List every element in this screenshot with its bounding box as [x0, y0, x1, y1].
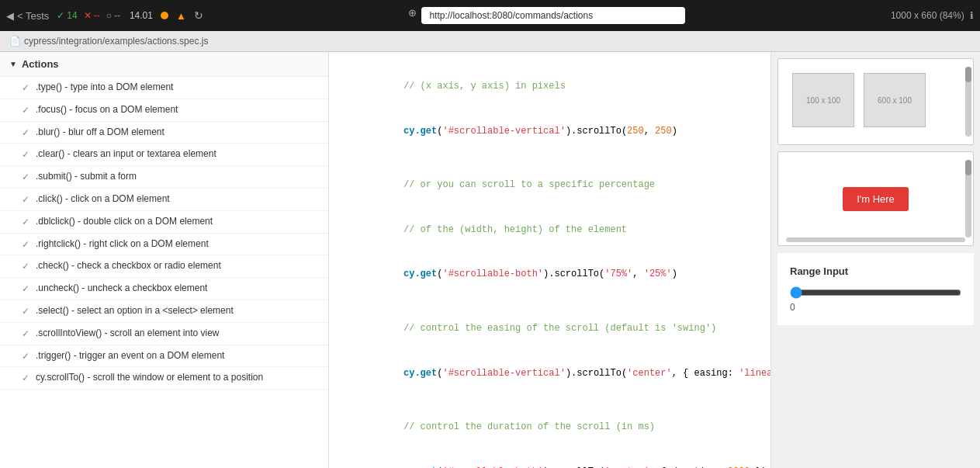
scroll-easing-section: // control the easing of the scroll (def… [348, 307, 752, 396]
check-icon: ✓ [22, 104, 29, 117]
im-here-button[interactable]: I'm Here [843, 187, 909, 211]
range-section: Range Input 0 [777, 252, 974, 325]
check-icon: ✓ [22, 305, 29, 318]
viewport-label: 1000 x 660 (84%) [891, 10, 964, 21]
check-icon: ✓ [22, 171, 29, 184]
code-line: // control the easing of the scroll (def… [348, 307, 752, 352]
scrollbar-thumb [965, 67, 971, 82]
preview-box-2-inner: I'm Here [778, 152, 973, 245]
list-item[interactable]: ✓ cy.scrollTo() - scroll the window or e… [0, 367, 328, 390]
code-comment: // of the (width, height) of the element [403, 224, 627, 235]
code-panel: // (x axis, y axis) in pixels cy.get('#s… [329, 52, 770, 468]
pass-count: ✓ 14 [57, 10, 77, 21]
code-line: // control the duration of the scroll (i… [348, 405, 752, 450]
code-line: // of the (width, height) of the element [348, 208, 752, 253]
sidebar-section-header[interactable]: ▼ Actions [0, 52, 328, 77]
code-line: cy.get('#scrollable-vertical').scrollTo(… [348, 109, 752, 154]
list-item[interactable]: ✓ .clear() - clears an input or textarea… [0, 144, 328, 166]
back-icon: ◀ [6, 10, 14, 22]
check-icon: ✓ [22, 148, 29, 161]
check-icon: ✓ [22, 238, 29, 251]
item-label: .clear() - clears an input or textarea e… [36, 147, 216, 161]
scroll-percent-section: // or you can scroll to a specific perce… [348, 163, 752, 297]
circle-icon: ○ [106, 10, 112, 21]
preview-box-1: 100 x 100 600 x 100 [777, 58, 974, 145]
chevron-down-icon: ▼ [9, 60, 17, 68]
warning-icon: ▲ [176, 10, 186, 22]
item-label: cy.scrollTo() - scroll the window or ele… [36, 371, 263, 384]
list-item[interactable]: ✓ .blur() - blur off a DOM element [0, 122, 328, 144]
list-item[interactable]: ✓ .submit() - submit a form [0, 166, 328, 189]
url-input[interactable] [421, 7, 685, 24]
item-label: .scrollIntoView() - scroll an element in… [36, 327, 220, 340]
item-label: .rightclick() - right click on a DOM ele… [36, 237, 209, 251]
range-value: 0 [790, 302, 961, 313]
list-item[interactable]: ✓ .click() - click on a DOM element [0, 189, 328, 211]
test-counts: ✓ 14 ✕ -- ○ -- 14.01 [57, 10, 153, 21]
item-label: .click() - click on a DOM element [36, 192, 170, 206]
range-input[interactable] [790, 286, 961, 299]
code-line: cy.get('#scrollable-both').scrollTo('75%… [348, 252, 752, 297]
content-area: // (x axis, y axis) in pixels cy.get('#s… [329, 52, 980, 468]
item-label: .select() - select an option in a <selec… [36, 304, 234, 317]
item-label: .focus() - focus on a DOM element [36, 103, 178, 116]
preview-box-label: 600 x 100 [878, 96, 912, 105]
list-item[interactable]: ✓ .select() - select an option in a <sel… [0, 300, 328, 323]
reload-button[interactable]: ↻ [194, 9, 203, 22]
code-comment: // (x axis, y axis) in pixels [403, 81, 566, 92]
status-indicator [161, 12, 168, 19]
item-label: .blur() - blur off a DOM element [36, 126, 164, 139]
x-icon: ✕ [84, 10, 92, 21]
item-label: .type() - type into a DOM element [36, 81, 173, 94]
list-item[interactable]: ✓ .trigger() - trigger an event on a DOM… [0, 345, 328, 368]
preview-box-2: I'm Here [777, 151, 974, 246]
list-item[interactable]: ✓ .focus() - focus on a DOM element [0, 99, 328, 122]
range-label: Range Input [790, 265, 961, 277]
viewport-info: 1000 x 660 (84%) ℹ [891, 10, 974, 21]
vertical-scrollbar[interactable] [965, 67, 971, 137]
check-icon: ✓ [22, 193, 29, 206]
preview-inner-box-2: 600 x 100 [864, 73, 926, 127]
code-comment: // or you can scroll to a specific perce… [403, 179, 655, 190]
list-item[interactable]: ✓ .uncheck() - uncheck a checkbox elemen… [0, 278, 328, 300]
file-icon: 📄 [9, 36, 21, 47]
back-button[interactable]: ◀ < Tests [6, 10, 49, 22]
preview-box-label: 100 x 100 [806, 96, 840, 105]
code-line: cy.get('#scrollable-vertical').scrollTo(… [348, 351, 752, 396]
check-icon: ✓ [22, 216, 29, 229]
pending-count: ○ -- [106, 10, 120, 21]
fail-count: ✕ -- [84, 10, 100, 21]
horizontal-scrollbar[interactable] [786, 237, 965, 242]
code-comment: // control the easing of the scroll (def… [403, 323, 716, 334]
code-line: cy.get('#scrollable-both').scrollTo('cen… [348, 450, 752, 469]
target-icon: ⊕ [408, 7, 417, 24]
check-icon: ✓ [22, 350, 29, 363]
scrollbar-thumb-2 [965, 160, 971, 175]
scroll-duration-section: // control the duration of the scroll (i… [348, 405, 752, 468]
list-item[interactable]: ✓ .scrollIntoView() - scroll an element … [0, 323, 328, 345]
top-bar: ◀ < Tests ✓ 14 ✕ -- ○ -- 14.01 ▲ ↻ ⊕ [0, 0, 980, 31]
code-text: cy.get('#scrollable-vertical').scrollTo(… [403, 126, 677, 137]
sidebar: ▼ Actions ✓ .type() - type into a DOM el… [0, 52, 329, 468]
back-label: < Tests [17, 10, 49, 22]
info-icon: ℹ [970, 10, 974, 21]
list-item[interactable]: ✓ .check() - check a checkbox or radio e… [0, 255, 328, 278]
test-time: 14.01 [130, 10, 153, 21]
check-icon: ✓ [57, 10, 64, 21]
list-item[interactable]: ✓ .dblclick() - double click on a DOM el… [0, 211, 328, 234]
check-icon: ✓ [22, 127, 29, 140]
item-label: .dblclick() - double click on a DOM elem… [36, 215, 213, 228]
top-bar-center: ⊕ [213, 7, 881, 24]
preview-inner-box-1: 100 x 100 [792, 73, 854, 127]
list-item[interactable]: ✓ .type() - type into a DOM element [0, 77, 328, 99]
reload-icon: ↻ [194, 9, 203, 22]
file-bar: 📄 cypress/integration/examples/actions.s… [0, 31, 980, 52]
item-label: .submit() - submit a form [36, 170, 137, 183]
code-text: cy.get('#scrollable-both').scrollTo('75%… [403, 269, 677, 279]
item-label: .uncheck() - uncheck a checkbox element [36, 282, 207, 295]
code-comment: // control the duration of the scroll (i… [403, 421, 655, 432]
list-item[interactable]: ✓ .rightclick() - right click on a DOM e… [0, 234, 328, 256]
check-icon: ✓ [22, 260, 29, 273]
vertical-scrollbar-2[interactable] [965, 160, 971, 237]
file-path: cypress/integration/examples/actions.spe… [24, 36, 208, 47]
